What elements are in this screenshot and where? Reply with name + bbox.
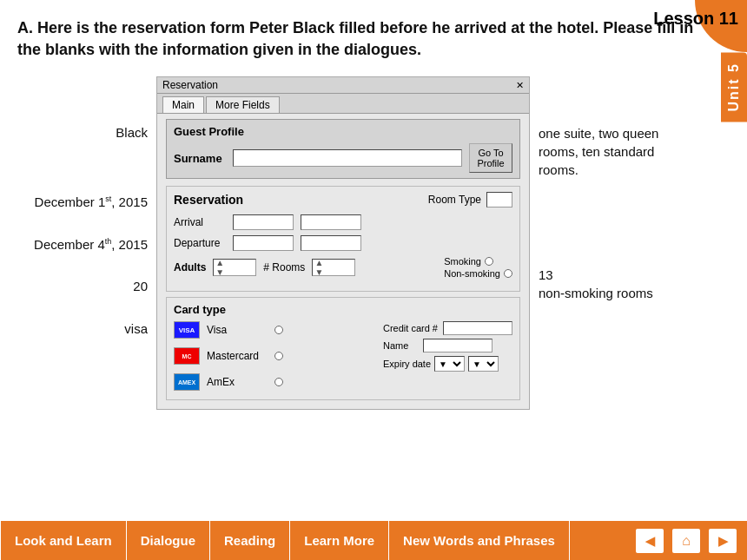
surname-input[interactable] <box>233 149 462 167</box>
smoking-option: Smoking <box>444 256 512 267</box>
label-13: 13 non-smoking rooms <box>539 266 695 302</box>
reservation-header: Reservation Room Type <box>174 192 512 208</box>
form-close-btn[interactable]: ✕ <box>516 80 524 91</box>
tab-main[interactable]: Main <box>162 96 204 113</box>
room-type-input[interactable] <box>486 192 512 208</box>
credit-card-input[interactable] <box>443 321 512 335</box>
guest-profile-title: Guest Profile <box>174 125 512 138</box>
mastercard-label: Mastercard <box>207 350 268 362</box>
visa-radio[interactable] <box>274 326 283 334</box>
rooms-label: # Rooms <box>263 261 305 273</box>
form-tabs: Main More Fields <box>157 94 529 114</box>
form-body: Guest Profile Surname Go ToProfile Reser… <box>157 114 529 409</box>
reservation-form: Reservation ✕ Main More Fields Guest Pro… <box>156 76 530 410</box>
label-visa: visa <box>17 320 156 338</box>
credit-card-label: Credit card # <box>383 323 438 333</box>
reservation-title: Reservation <box>174 193 243 207</box>
non-smoking-label: Non-smoking <box>444 268 500 279</box>
amex-radio[interactable] <box>274 378 283 386</box>
arrival-date-input-2[interactable] <box>301 214 361 230</box>
card-section: Card type VISA Visa MC Mastercard <box>166 297 520 400</box>
surname-label: Surname <box>174 152 226 165</box>
arrival-row: Arrival <box>174 214 512 230</box>
left-labels: Black December 1st, 2015 December 4th, 2… <box>17 76 156 338</box>
adults-row: Adults ▲▼ # Rooms ▲▼ Smoking <box>174 256 512 279</box>
expiry-month-select[interactable]: ▼ <box>434 356 465 372</box>
departure-date-input-1[interactable] <box>233 235 294 251</box>
arrival-label: Arrival <box>174 216 226 228</box>
heading-text: A. Here is the reservation form Peter Bl… <box>17 17 695 61</box>
adults-label: Adults <box>174 261 206 273</box>
mastercard-radio[interactable] <box>274 352 283 360</box>
amex-label: AmEx <box>207 376 268 388</box>
content-area: Black December 1st, 2015 December 4th, 2… <box>17 76 695 410</box>
form-title-bar: Reservation ✕ <box>157 77 529 94</box>
expiry-year-select[interactable]: ▼ <box>468 356 499 372</box>
credit-card-row: Credit card # <box>383 321 512 335</box>
home-button[interactable]: ⌂ <box>671 527 702 555</box>
tab-look-and-learn[interactable]: Look and Learn <box>0 521 127 560</box>
amex-icon: AMEX <box>174 373 200 391</box>
room-type-row: Room Type <box>428 192 512 208</box>
cc-section: Credit card # Name Expiry date ▼ <box>383 321 512 394</box>
visa-icon: VISA <box>174 321 200 339</box>
visa-row: VISA Visa <box>174 321 283 339</box>
bottom-nav: Look and Learn Dialogue Reading Learn Mo… <box>0 521 747 560</box>
expiry-row: Expiry date ▼ ▼ <box>383 356 512 372</box>
smoking-radio[interactable] <box>485 257 493 266</box>
visa-label: Visa <box>207 324 268 336</box>
departure-date-input-2[interactable] <box>301 235 361 251</box>
arrival-date-input-1[interactable] <box>233 214 294 230</box>
tab-learn-more[interactable]: Learn More <box>290 521 389 560</box>
tab-more-fields[interactable]: More Fields <box>206 96 280 113</box>
label-dec1: December 1st, 2015 <box>17 194 156 211</box>
rooms-spinner[interactable]: ▲▼ <box>312 259 355 276</box>
departure-label: Departure <box>174 237 226 249</box>
room-type-label: Room Type <box>428 194 481 206</box>
surname-row: Surname Go ToProfile <box>174 143 512 173</box>
card-list: VISA Visa MC Mastercard AMEX <box>174 321 283 394</box>
amex-row: AMEX AmEx <box>174 373 283 391</box>
right-labels: one suite, two queen rooms, ten standard… <box>530 76 695 302</box>
guest-profile-section: Guest Profile Surname Go ToProfile <box>166 119 520 179</box>
card-type-title: Card type <box>174 303 512 316</box>
tab-new-words[interactable]: New Words and Phrases <box>389 521 570 560</box>
smoking-section: Smoking Non-smoking <box>444 256 512 279</box>
non-smoking-option: Non-smoking <box>444 268 512 279</box>
card-area: VISA Visa MC Mastercard AMEX <box>174 321 512 394</box>
adults-spinner[interactable]: ▲▼ <box>213 259 256 276</box>
name-label: Name <box>383 340 418 351</box>
expiry-label: Expiry date <box>383 359 431 369</box>
mastercard-row: MC Mastercard <box>174 347 283 365</box>
tab-reading[interactable]: Reading <box>210 521 290 560</box>
go-to-profile-button[interactable]: Go ToProfile <box>469 143 512 173</box>
mastercard-icon: MC <box>174 347 200 365</box>
label-black: Black <box>17 124 156 142</box>
lesson-label: Lesson 11 <box>653 9 738 29</box>
label-suite: one suite, two queen rooms, ten standard… <box>539 124 695 179</box>
reservation-section: Reservation Room Type Arrival Departure <box>166 186 520 292</box>
nav-tabs: Look and Learn Dialogue Reading Learn Mo… <box>0 521 625 560</box>
form-title: Reservation <box>162 79 218 91</box>
main-content: A. Here is the reservation form Peter Bl… <box>0 0 747 521</box>
non-smoking-radio[interactable] <box>504 269 512 278</box>
name-row: Name <box>383 339 512 352</box>
label-dec4: December 4th, 2015 <box>17 236 156 254</box>
departure-row: Departure <box>174 235 512 251</box>
prev-button[interactable]: ◀ <box>634 527 665 555</box>
smoking-label: Smoking <box>444 256 481 267</box>
name-input[interactable] <box>423 339 492 352</box>
label-20: 20 <box>17 278 156 295</box>
nav-arrows: ◀ ⌂ ▶ <box>625 527 747 555</box>
tab-dialogue[interactable]: Dialogue <box>127 521 210 560</box>
next-button[interactable]: ▶ <box>707 527 738 555</box>
